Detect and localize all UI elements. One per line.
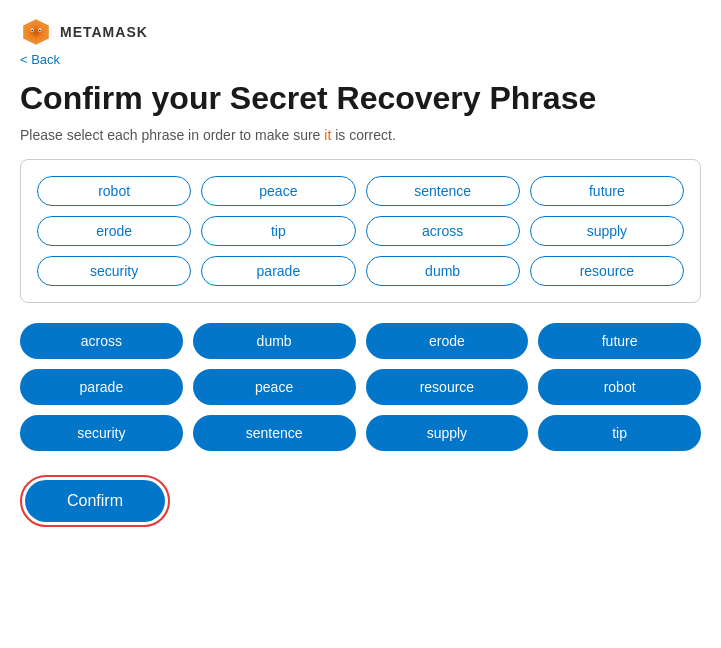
word-button[interactable]: future — [538, 323, 701, 359]
select-chip[interactable]: tip — [201, 216, 355, 246]
page-title: Confirm your Secret Recovery Phrase — [20, 79, 701, 117]
word-buttons-area: acrossdumberodefutureparadepeaceresource… — [20, 323, 701, 451]
word-button[interactable]: robot — [538, 369, 701, 405]
select-chip[interactable]: supply — [530, 216, 684, 246]
svg-point-3 — [33, 29, 39, 35]
word-button[interactable]: dumb — [193, 323, 356, 359]
subtitle: Please select each phrase in order to ma… — [20, 127, 701, 143]
select-chip[interactable]: resource — [530, 256, 684, 286]
select-chip[interactable]: dumb — [366, 256, 520, 286]
svg-point-6 — [31, 29, 33, 31]
select-chip[interactable]: parade — [201, 256, 355, 286]
word-button[interactable]: peace — [193, 369, 356, 405]
metamask-logo-icon — [20, 16, 52, 48]
subtitle-before: Please select each phrase in order to ma… — [20, 127, 324, 143]
select-chip[interactable]: peace — [201, 176, 355, 206]
word-button[interactable]: erode — [366, 323, 529, 359]
select-chip[interactable]: robot — [37, 176, 191, 206]
confirm-button-wrapper: Confirm — [20, 475, 170, 527]
phrase-select-area: robotpeacesentencefutureerodetipacrosssu… — [20, 159, 701, 303]
svg-point-7 — [39, 29, 41, 31]
app-title: METAMASK — [60, 24, 148, 40]
select-chip[interactable]: future — [530, 176, 684, 206]
word-button[interactable]: sentence — [193, 415, 356, 451]
word-button[interactable]: across — [20, 323, 183, 359]
word-button[interactable]: supply — [366, 415, 529, 451]
word-button[interactable]: security — [20, 415, 183, 451]
select-chip[interactable]: across — [366, 216, 520, 246]
back-link[interactable]: < Back — [20, 52, 701, 67]
app-header: METAMASK — [20, 16, 701, 48]
confirm-section: Confirm — [20, 475, 701, 527]
subtitle-after: is correct. — [331, 127, 396, 143]
word-button[interactable]: parade — [20, 369, 183, 405]
confirm-button[interactable]: Confirm — [25, 480, 165, 522]
select-chip[interactable]: erode — [37, 216, 191, 246]
select-chip[interactable]: security — [37, 256, 191, 286]
word-button[interactable]: tip — [538, 415, 701, 451]
word-button[interactable]: resource — [366, 369, 529, 405]
select-chip[interactable]: sentence — [366, 176, 520, 206]
